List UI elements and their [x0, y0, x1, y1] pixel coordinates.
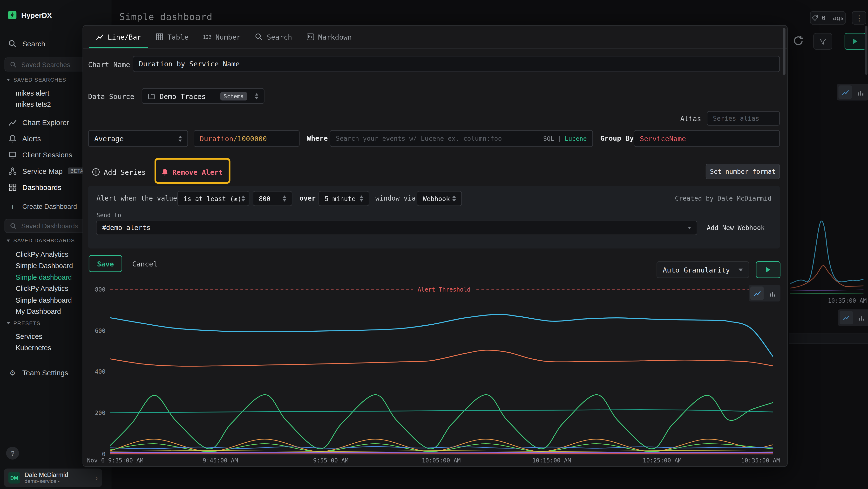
dashboard-list-item[interactable]: ClickPy Analytics: [16, 249, 68, 260]
filter-button[interactable]: [813, 33, 832, 50]
alias-input[interactable]: Series alias: [707, 111, 780, 125]
chevron-down-icon: [739, 268, 743, 271]
bar-chart-icon[interactable]: [854, 85, 867, 99]
line-chart-icon[interactable]: [840, 311, 853, 325]
alert-threshold-input[interactable]: 800: [253, 191, 292, 206]
x-tick-label: 10:25:00 AM: [628, 457, 695, 464]
saved-search-item[interactable]: mikes tets2: [16, 99, 51, 110]
dashboard-list-item[interactable]: Simple dashboard: [16, 295, 72, 306]
save-button[interactable]: Save: [89, 255, 122, 272]
background-run-button[interactable]: [845, 33, 866, 50]
tab-line-bar[interactable]: Line/Bar: [89, 26, 149, 48]
help-button[interactable]: ?: [6, 447, 19, 460]
where-label: Where: [307, 134, 328, 142]
alert-channel-type-select[interactable]: Webhook: [416, 191, 462, 206]
select-chevrons-icon: [179, 136, 182, 141]
aggregation-select[interactable]: Average: [88, 130, 188, 147]
number-stepper[interactable]: [283, 196, 286, 202]
dashboard-list-item[interactable]: Simple Dashboard: [16, 260, 73, 271]
tags-button-label: 0 Tags: [822, 14, 844, 22]
chart-editor-panel: Line/Bar Table 123 Number Search M↓ Mark…: [83, 25, 787, 467]
tab-table[interactable]: Table: [149, 26, 196, 48]
bar-chart-icon[interactable]: [855, 311, 868, 325]
page-title: Simple dashboard: [119, 12, 212, 23]
chart-line-icon: [8, 118, 17, 126]
tags-button[interactable]: 0 Tags: [810, 11, 845, 25]
saved-dashboards-section[interactable]: SAVED DASHBOARDS: [7, 237, 75, 243]
chevron-down-icon: [7, 79, 10, 81]
kebab-menu-button[interactable]: ⋮: [852, 11, 866, 25]
cancel-button[interactable]: Cancel: [132, 256, 157, 271]
chart-type-toggle[interactable]: [749, 285, 780, 301]
circle-plus-icon: [92, 168, 100, 176]
x-tick-label: 9:45:00 AM: [187, 457, 254, 464]
schema-badge: Schema: [220, 92, 247, 100]
service-map-icon: [8, 167, 17, 175]
alias-label: Alias: [652, 114, 702, 123]
background-chart-toggle-2[interactable]: [838, 310, 868, 326]
sql-toggle[interactable]: SQL: [543, 135, 554, 142]
select-chevrons-icon: [255, 93, 258, 99]
send-to-select[interactable]: #demo-alerts: [96, 221, 697, 235]
data-source-select[interactable]: Demo Traces Schema: [142, 88, 265, 104]
where-placeholder: Search your events w/ Lucene ex. column:…: [336, 135, 502, 142]
bell-icon: [161, 168, 168, 176]
field-token: /1000000: [234, 134, 267, 143]
select-chevrons-icon: [241, 196, 245, 202]
preset-item[interactable]: Kubernetes: [16, 342, 51, 353]
granularity-select[interactable]: Auto Granularity: [656, 261, 749, 278]
page-scrollbar-thumb[interactable]: [865, 26, 867, 75]
app-logo[interactable]: HyperDX: [8, 10, 52, 20]
preset-item[interactable]: Services: [16, 331, 42, 342]
dashboard-list-item[interactable]: My Dashboard: [16, 306, 61, 317]
tab-number[interactable]: 123 Number: [196, 26, 248, 48]
group-by-input[interactable]: ServiceName: [633, 130, 780, 147]
refresh-button[interactable]: [792, 34, 807, 49]
table-icon: [156, 33, 163, 41]
alert-window-select[interactable]: 5 minute: [318, 191, 369, 206]
bar-chart-icon[interactable]: [765, 287, 779, 300]
remove-alert-button[interactable]: Remove Alert: [161, 164, 223, 180]
modal-scrollbar-thumb[interactable]: [783, 28, 785, 75]
run-chart-button[interactable]: [756, 261, 780, 278]
line-chart-icon[interactable]: [838, 85, 852, 99]
presets-section[interactable]: PRESETS: [7, 320, 40, 326]
user-menu[interactable]: DM Dale McDiarmid demo-service - ›: [4, 468, 102, 487]
set-number-format-button[interactable]: Set number format: [706, 164, 780, 179]
add-series-button[interactable]: Add Series: [92, 164, 146, 180]
line-chart-icon[interactable]: [750, 287, 764, 300]
field-token: Duration: [199, 134, 233, 143]
saved-searches-section[interactable]: SAVED SEARCHES: [7, 77, 66, 83]
group-by-label: Group By: [600, 134, 633, 142]
sidebar-item-label: Search: [23, 39, 45, 48]
plus-icon: +: [8, 202, 17, 211]
send-to-label: Send to: [96, 212, 121, 219]
dashboard-list-item[interactable]: ClickPy Analytics: [16, 283, 68, 294]
dashboard-list-item-active[interactable]: Simple dashboard: [16, 272, 72, 283]
query-language-toggle[interactable]: SQL | Lucene: [543, 135, 587, 142]
over-label: over: [300, 194, 316, 202]
add-new-webhook-button[interactable]: Add New Webhook: [707, 220, 765, 235]
background-chart-toggle[interactable]: [837, 84, 868, 100]
lucene-toggle[interactable]: Lucene: [565, 135, 587, 142]
saved-search-item[interactable]: mikes alert: [16, 88, 50, 98]
kebab-icon: ⋮: [856, 14, 863, 22]
user-subtitle: demo-service -: [25, 478, 91, 484]
avatar: DM: [8, 472, 20, 484]
saved-searches-placeholder: Saved Searches: [21, 61, 70, 68]
refresh-icon: [792, 34, 804, 47]
dashboard-grid-icon: [8, 183, 17, 192]
y-tick-label: 800: [83, 286, 105, 293]
chart-name-input[interactable]: Duration by Service Name: [133, 56, 780, 72]
search-icon: [255, 33, 263, 41]
y-tick-label: 0: [83, 451, 105, 457]
search-icon: [8, 39, 17, 48]
where-input[interactable]: Search your events w/ Lucene ex. column:…: [330, 130, 593, 147]
tab-markdown[interactable]: M↓ Markdown: [299, 26, 359, 48]
user-name: Dale McDiarmid: [25, 471, 91, 478]
y-tick-label: 600: [83, 327, 105, 334]
alert-condition-select[interactable]: is at least (≥): [178, 191, 249, 206]
field-input[interactable]: Duration/1000000: [194, 130, 300, 147]
tab-search[interactable]: Search: [248, 26, 299, 48]
x-tick-label: 10:15:00 AM: [518, 457, 585, 464]
